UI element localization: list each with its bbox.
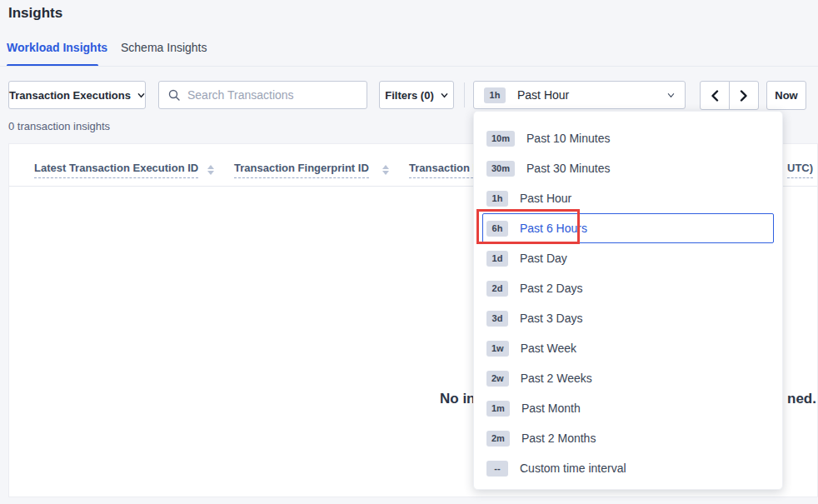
time-prev-button[interactable] (700, 81, 730, 110)
empty-state-text-end: ned. (787, 391, 816, 407)
time-option[interactable]: 2w Past 2 Weeks (482, 363, 774, 393)
time-option-label: Past 2 Weeks (521, 372, 592, 385)
type-select-label: Transaction Executions (9, 89, 131, 102)
sort-icon[interactable] (207, 165, 214, 175)
chevron-down-icon (441, 92, 448, 99)
time-range-select[interactable]: 1h Past Hour (473, 81, 686, 109)
chevron-down-icon (137, 92, 145, 99)
time-option-badge: 2d (486, 281, 508, 297)
time-option-label: Past Day (520, 252, 567, 265)
time-option-badge: -- (486, 461, 508, 477)
tab-schema-insights[interactable]: Schema Insights (121, 41, 207, 54)
time-option-badge: 1d (486, 251, 508, 267)
time-range-label: Past Hour (517, 88, 667, 102)
annotation-highlight-box (476, 209, 580, 244)
search-field-wrap (158, 81, 367, 109)
search-input[interactable] (158, 81, 367, 109)
time-option[interactable]: 30m Past 30 Minutes (482, 153, 774, 183)
search-icon (167, 88, 181, 102)
time-option[interactable]: -- Custom time interval (482, 453, 774, 483)
time-option-badge: 2w (486, 371, 509, 387)
time-option[interactable]: 1w Past Week (482, 333, 774, 363)
chevron-down-icon (667, 92, 675, 99)
time-option-label: Past Hour (520, 192, 571, 205)
empty-state-text-start: No in (440, 391, 476, 407)
time-option[interactable]: 1d Past Day (482, 243, 774, 273)
time-option-label: Past Week (521, 342, 576, 355)
page-title: Insights (8, 5, 62, 22)
time-option-label: Past 2 Days (520, 282, 582, 295)
time-option[interactable]: 10m Past 10 Minutes (482, 123, 774, 153)
column-header-latest-txn-execution-id[interactable]: Latest Transaction Execution ID (34, 162, 198, 178)
time-option-label: Past 2 Months (521, 432, 596, 445)
filters-button[interactable]: Filters (0) (379, 81, 454, 109)
time-option-badge: 10m (486, 131, 515, 147)
filters-label: Filters (0) (385, 89, 434, 102)
time-option[interactable]: 2m Past 2 Months (482, 423, 774, 453)
insights-count-text: 0 transaction insights (8, 120, 110, 132)
time-option-label: Custom time interval (520, 462, 626, 475)
time-option-badge: 2m (486, 431, 510, 447)
tab-workload-insights[interactable]: Workload Insights (7, 41, 107, 54)
time-option[interactable]: 1m Past Month (482, 393, 774, 423)
column-header-utc-fragment[interactable]: UTC) (787, 162, 813, 178)
chevron-right-icon (739, 90, 749, 102)
time-option-badge: 1h (486, 191, 508, 207)
now-button[interactable]: Now (766, 81, 806, 110)
time-option-badge: 1m (486, 401, 510, 417)
type-select-button[interactable]: Transaction Executions (8, 81, 146, 109)
time-option-label: Past 10 Minutes (526, 132, 610, 145)
sort-icon[interactable] (382, 165, 389, 175)
time-option-label: Past Month (521, 402, 581, 415)
column-header-txn-fingerprint-id[interactable]: Transaction Fingerprint ID (234, 162, 369, 178)
time-range-badge: 1h (484, 87, 506, 103)
chevron-left-icon (710, 90, 720, 102)
time-option-label: Past 30 Minutes (526, 162, 610, 175)
time-range-dropdown: 10m Past 10 Minutes 30m Past 30 Minutes … (473, 111, 783, 490)
time-next-button[interactable] (729, 81, 759, 110)
insights-page: Insights Workload Insights Schema Insigh… (0, 0, 818, 504)
tabs-divider (0, 66, 818, 67)
time-option-label: Past 3 Days (520, 312, 582, 325)
time-option[interactable]: 2d Past 2 Days (482, 273, 774, 303)
time-option[interactable]: 3d Past 3 Days (482, 303, 774, 333)
time-option-badge: 30m (486, 161, 515, 177)
toolbar-divider (464, 82, 465, 107)
time-option-badge: 3d (486, 311, 508, 327)
time-option-badge: 1w (486, 341, 509, 357)
